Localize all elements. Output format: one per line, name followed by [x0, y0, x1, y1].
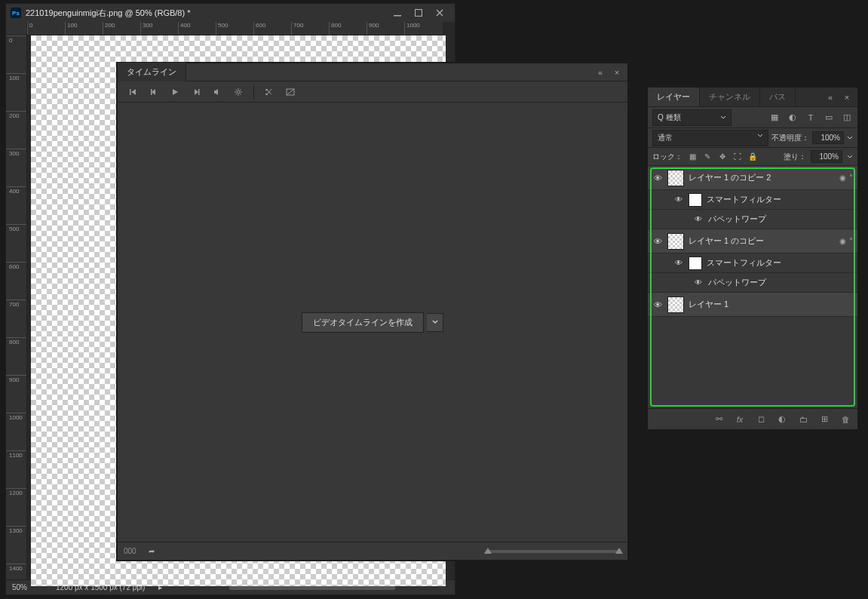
smart-object-icon: ◉: [839, 174, 846, 182]
timeline-settings-button[interactable]: [229, 84, 247, 100]
svg-point-3: [265, 93, 268, 95]
tab-layers[interactable]: レイヤー: [648, 88, 700, 106]
filter-mask-thumbnail[interactable]: [689, 193, 702, 207]
expand-icon[interactable]: ˄: [849, 237, 853, 245]
document-title: 221019penguinmigi右.png @ 50% (RGB/8) *: [26, 8, 382, 19]
tab-channels[interactable]: チャンネル: [700, 88, 760, 106]
ruler-vertical[interactable]: 0100200300400500600700800900100011001200…: [6, 35, 27, 579]
close-button[interactable]: [429, 5, 450, 20]
fill-value[interactable]: 100%: [811, 150, 842, 163]
timeline-body: ビデオタイムラインを作成: [118, 103, 627, 542]
smart-filters-label: スマートフィルター: [707, 194, 853, 205]
adjustment-layer-icon[interactable]: ◐: [776, 413, 788, 425]
layer-thumbnail[interactable]: [667, 296, 684, 313]
ruler-corner: [6, 22, 27, 35]
photoshop-icon: Ps: [11, 8, 21, 18]
filter-name[interactable]: パペットワープ: [708, 277, 853, 288]
visibility-toggle[interactable]: 👁: [652, 300, 663, 309]
filter-name[interactable]: パペットワープ: [708, 213, 853, 225]
ruler-horizontal[interactable]: 01002003004005006007008009001000: [27, 22, 443, 35]
visibility-toggle[interactable]: 👁: [693, 278, 704, 287]
lock-transparency-icon[interactable]: ▦: [687, 152, 698, 162]
timeline-zoom-slider[interactable]: [486, 550, 621, 553]
document-titlebar: Ps 221019penguinmigi右.png @ 50% (RGB/8) …: [6, 4, 455, 22]
create-video-timeline-button[interactable]: ビデオタイムラインを作成: [302, 312, 424, 333]
lock-all-icon[interactable]: 🔒: [747, 152, 758, 162]
visibility-toggle[interactable]: 👁: [673, 195, 684, 204]
layer-row[interactable]: 👁 レイヤー 1 のコピー 2 ◉˄: [648, 166, 857, 190]
filter-type-icon[interactable]: T: [805, 112, 817, 124]
layer-thumbnail[interactable]: [667, 233, 684, 250]
new-layer-icon[interactable]: ⊞: [818, 413, 830, 425]
svg-point-4: [265, 88, 268, 91]
audio-mute-button[interactable]: [208, 84, 226, 100]
fill-chevron-icon[interactable]: [847, 154, 853, 160]
minimize-button[interactable]: [387, 5, 408, 20]
filter-smart-icon[interactable]: ◫: [841, 112, 853, 124]
convert-frames-icon[interactable]: ➦: [146, 545, 158, 558]
tab-paths[interactable]: パス: [760, 88, 796, 106]
visibility-toggle[interactable]: 👁: [673, 259, 684, 267]
svg-rect-1: [416, 10, 422, 17]
next-frame-button[interactable]: [187, 84, 205, 100]
opacity-label: 不透明度：: [771, 133, 809, 143]
window-controls: [387, 5, 450, 20]
visibility-toggle[interactable]: 👁: [652, 174, 663, 183]
visibility-toggle[interactable]: 👁: [652, 237, 663, 246]
close-icon[interactable]: ×: [841, 91, 853, 103]
collapse-icon[interactable]: «: [824, 91, 836, 103]
filter-item-row[interactable]: 👁 パペットワープ: [648, 210, 857, 229]
layer-row[interactable]: 👁 レイヤー 1 のコピー ◉˄: [648, 229, 857, 253]
lock-pixels-icon[interactable]: ✎: [702, 152, 713, 162]
filter-shape-icon[interactable]: ▭: [823, 112, 835, 124]
layer-filter-select[interactable]: Q 種類: [652, 109, 732, 126]
layer-name[interactable]: レイヤー 1 のコピー 2: [689, 172, 835, 183]
transition-button[interactable]: [281, 84, 299, 100]
close-icon[interactable]: ×: [611, 66, 623, 78]
layer-mask-icon[interactable]: ◻: [755, 413, 767, 425]
visibility-toggle[interactable]: 👁: [693, 215, 704, 223]
collapse-icon[interactable]: «: [594, 66, 606, 78]
layer-thumbnail[interactable]: [667, 170, 684, 186]
link-layers-icon[interactable]: ⚯: [713, 413, 725, 425]
blend-mode-row: 通常 不透明度： 100%: [648, 128, 857, 148]
smart-object-icon: ◉: [839, 237, 846, 245]
smart-filters-row[interactable]: 👁 スマートフィルター: [648, 253, 857, 273]
previous-frame-button[interactable]: [145, 84, 163, 100]
timeline-toolbar: [118, 81, 627, 103]
timeline-header: タイムライン « ×: [118, 63, 627, 81]
go-to-first-frame-button[interactable]: [124, 84, 142, 100]
play-button[interactable]: [166, 84, 184, 100]
frame-counter: 000: [124, 547, 136, 555]
opacity-chevron-icon[interactable]: [847, 135, 853, 141]
maximize-button[interactable]: [408, 5, 429, 20]
lock-label: ロック：: [652, 152, 682, 162]
group-icon[interactable]: 🗀: [797, 413, 809, 425]
layer-filter-row: Q 種類 ▦ ◐ T ▭ ◫: [648, 107, 857, 128]
filter-pixel-icon[interactable]: ▦: [768, 112, 781, 124]
layers-panel: レイヤー チャンネル パス « × Q 種類 ▦ ◐ T ▭ ◫ 通常 不透明度…: [647, 87, 858, 430]
layer-name[interactable]: レイヤー 1: [689, 299, 853, 310]
filter-item-row[interactable]: 👁 パペットワープ: [648, 273, 857, 293]
filter-mask-thumbnail[interactable]: [689, 256, 702, 270]
delete-layer-icon[interactable]: 🗑: [839, 413, 851, 425]
layer-name[interactable]: レイヤー 1 のコピー: [689, 235, 835, 247]
layer-style-icon[interactable]: fx: [734, 413, 746, 425]
expand-icon[interactable]: ˄: [849, 174, 853, 182]
lock-artboard-icon[interactable]: ⛶: [732, 152, 743, 162]
lock-position-icon[interactable]: ✥: [717, 152, 728, 162]
layers-tabs: レイヤー チャンネル パス « ×: [648, 88, 857, 107]
split-clip-button[interactable]: [260, 84, 278, 100]
smart-filters-row[interactable]: 👁 スマートフィルター: [648, 190, 857, 210]
opacity-value[interactable]: 100%: [812, 131, 844, 144]
timeline-tab[interactable]: タイムライン: [118, 63, 186, 81]
lock-row: ロック： ▦ ✎ ✥ ⛶ 🔒 塗り： 100%: [648, 148, 857, 166]
layer-row[interactable]: 👁 レイヤー 1: [648, 293, 857, 317]
svg-point-2: [237, 91, 240, 94]
smart-filters-label: スマートフィルター: [707, 257, 853, 269]
blend-mode-select[interactable]: 通常: [652, 130, 768, 146]
create-video-timeline: ビデオタイムラインを作成: [302, 312, 443, 333]
filter-adjustment-icon[interactable]: ◐: [787, 112, 799, 124]
create-timeline-dropdown[interactable]: [427, 313, 443, 332]
layer-tree: 👁 レイヤー 1 のコピー 2 ◉˄ 👁 スマートフィルター 👁 パペットワープ…: [648, 166, 857, 408]
